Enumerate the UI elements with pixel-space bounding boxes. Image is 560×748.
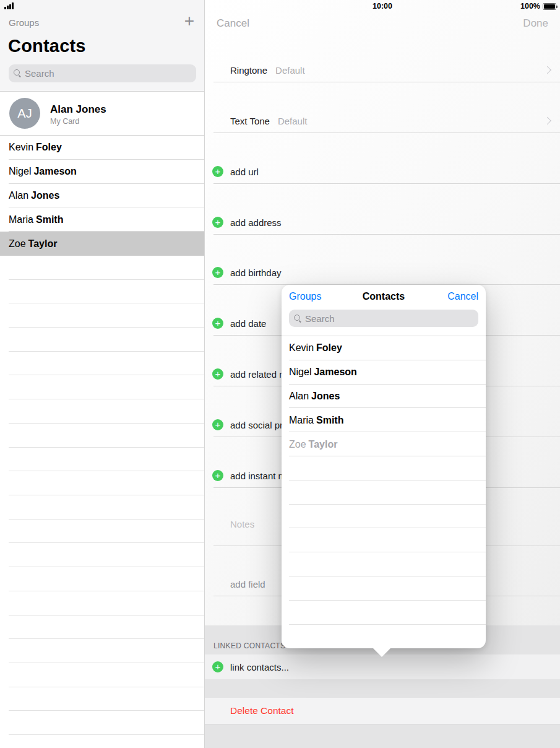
popover-contact-alan-jones[interactable]: Alan Jones bbox=[282, 385, 486, 409]
popover-search-input[interactable] bbox=[305, 313, 473, 324]
contact-last-name: Foley bbox=[36, 142, 62, 153]
my-card-row[interactable]: AJ Alan Jones My Card bbox=[0, 92, 204, 136]
contact-last-name: Smith bbox=[316, 415, 343, 426]
add-date-label: add date bbox=[230, 318, 266, 329]
add-field-label: add field bbox=[230, 579, 265, 589]
battery-icon bbox=[543, 3, 556, 10]
popover-contact-maria-smith[interactable]: Maria Smith bbox=[282, 408, 486, 432]
avatar: AJ bbox=[9, 98, 40, 129]
link-contacts-label: link contacts... bbox=[230, 662, 289, 672]
popover-arrow bbox=[373, 648, 390, 657]
popover-cancel-button[interactable]: Cancel bbox=[447, 291, 478, 302]
link-contacts-popover: Groups Contacts Cancel Kevin Foley Nigel… bbox=[282, 285, 486, 648]
add-url-label: add url bbox=[230, 167, 259, 177]
contact-first-name: Maria bbox=[9, 214, 33, 225]
page-title: Contacts bbox=[8, 36, 86, 56]
cancel-button[interactable]: Cancel bbox=[217, 17, 249, 30]
linked-contacts-label: LINKED CONTACTS bbox=[213, 641, 285, 650]
contact-last-name: Jones bbox=[311, 391, 340, 402]
add-icon[interactable]: + bbox=[212, 419, 223, 430]
section-gap bbox=[205, 679, 560, 698]
notes-placeholder: Notes bbox=[230, 519, 254, 529]
popover-empty-rows bbox=[289, 456, 486, 625]
status-bar-time: 10:00 bbox=[205, 2, 560, 11]
contact-first-name: Alan bbox=[289, 391, 309, 402]
sidebar-header: Groups + Contacts bbox=[0, 0, 204, 92]
groups-button[interactable]: Groups bbox=[9, 17, 39, 28]
ringtone-label: Ringtone bbox=[230, 65, 267, 76]
empty-list-rows bbox=[9, 256, 204, 748]
contact-first-name: Alan bbox=[9, 190, 28, 201]
contact-first-name: Zoe bbox=[289, 439, 306, 450]
add-icon[interactable]: + bbox=[212, 217, 223, 228]
popover-header: Groups Contacts Cancel bbox=[282, 285, 486, 308]
text-tone-row[interactable]: Text Tone Default bbox=[205, 109, 560, 133]
add-icon[interactable]: + bbox=[212, 470, 223, 481]
search-icon bbox=[14, 69, 22, 77]
popover-contact-list: Kevin Foley Nigel Jameson Alan Jones Mar… bbox=[282, 336, 486, 456]
ringtone-row[interactable]: Ringtone Default bbox=[205, 58, 560, 82]
search-icon bbox=[294, 315, 302, 323]
add-birthday-label: add birthday bbox=[230, 267, 282, 278]
add-icon[interactable]: + bbox=[212, 661, 223, 672]
sidebar-search-field[interactable] bbox=[9, 64, 196, 82]
delete-contact-label: Delete Contact bbox=[230, 705, 294, 716]
search-input[interactable] bbox=[25, 68, 191, 79]
ringtone-value: Default bbox=[275, 65, 305, 76]
contacts-sidebar: Groups + Contacts AJ Alan Jones My Card … bbox=[0, 0, 205, 748]
done-button[interactable]: Done bbox=[523, 17, 548, 30]
add-contact-button[interactable]: + bbox=[181, 12, 198, 30]
add-icon[interactable]: + bbox=[212, 166, 223, 177]
contact-first-name: Nigel bbox=[289, 367, 311, 378]
contact-last-name: Taylor bbox=[28, 238, 58, 250]
text-tone-label: Text Tone bbox=[230, 116, 270, 126]
chevron-right-icon bbox=[543, 66, 551, 74]
battery-status: 100% bbox=[520, 2, 556, 11]
contact-first-name: Zoe bbox=[9, 238, 26, 250]
contact-first-name: Maria bbox=[289, 415, 314, 426]
chevron-right-icon bbox=[543, 117, 551, 125]
contact-row-nigel-jameson[interactable]: Nigel Jameson bbox=[0, 160, 204, 184]
add-icon[interactable]: + bbox=[212, 318, 223, 329]
contact-last-name: Jameson bbox=[314, 367, 356, 378]
delete-contact-button[interactable]: Delete Contact bbox=[205, 698, 560, 724]
contact-last-name: Smith bbox=[36, 214, 63, 225]
contact-first-name: Kevin bbox=[289, 342, 314, 354]
add-url-row[interactable]: + add url bbox=[205, 160, 560, 184]
add-address-label: add address bbox=[230, 217, 282, 228]
add-birthday-row[interactable]: + add birthday bbox=[205, 261, 560, 285]
popover-search-field[interactable] bbox=[289, 310, 478, 327]
battery-percent-label: 100% bbox=[520, 2, 540, 11]
popover-contact-nigel-jameson[interactable]: Nigel Jameson bbox=[282, 360, 486, 385]
my-card-subtitle: My Card bbox=[50, 117, 79, 126]
add-address-row[interactable]: + add address bbox=[205, 211, 560, 235]
contact-list: Kevin Foley Nigel Jameson Alan Jones Mar… bbox=[0, 136, 204, 256]
text-tone-value: Default bbox=[278, 116, 308, 126]
add-icon[interactable]: + bbox=[212, 368, 223, 380]
link-contacts-row[interactable]: + link contacts... bbox=[205, 654, 560, 679]
popover-contact-kevin-foley[interactable]: Kevin Foley bbox=[282, 336, 486, 360]
popover-contact-zoe-taylor-disabled: Zoe Taylor bbox=[282, 432, 486, 456]
signal-strength-icon bbox=[4, 2, 17, 9]
contact-last-name: Foley bbox=[316, 342, 342, 354]
section-gap bbox=[205, 724, 560, 748]
contact-last-name: Jameson bbox=[33, 166, 76, 177]
contact-row-kevin-foley[interactable]: Kevin Foley bbox=[0, 136, 204, 160]
contact-row-zoe-taylor-selected[interactable]: Zoe Taylor bbox=[0, 232, 204, 256]
contact-first-name: Nigel bbox=[9, 166, 31, 177]
contact-last-name: Jones bbox=[31, 190, 59, 201]
contact-row-alan-jones[interactable]: Alan Jones bbox=[0, 184, 204, 208]
add-icon[interactable]: + bbox=[212, 267, 223, 278]
contact-last-name: Taylor bbox=[309, 439, 338, 450]
contact-first-name: Kevin bbox=[9, 142, 33, 153]
contact-row-maria-smith[interactable]: Maria Smith bbox=[0, 207, 204, 232]
my-card-name: Alan Jones bbox=[50, 103, 106, 116]
